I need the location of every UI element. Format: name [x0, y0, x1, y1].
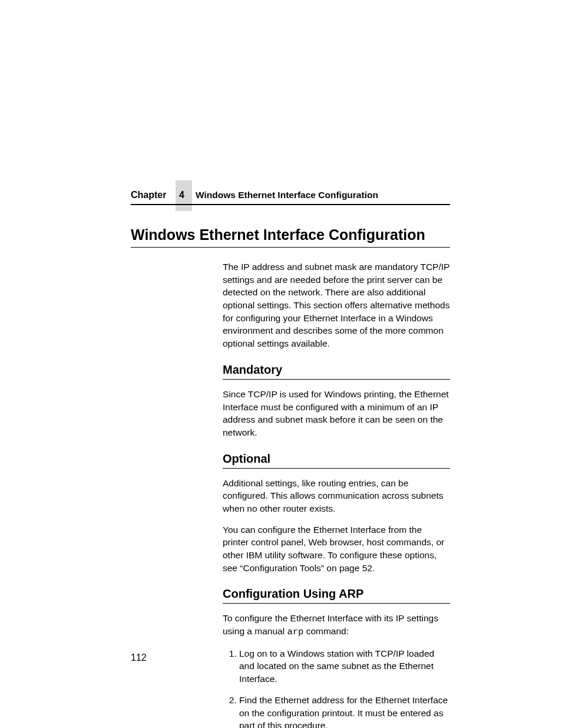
- section-heading-mandatory: Mandatory: [223, 363, 450, 377]
- intro-paragraph: The IP address and subnet mask are manda…: [223, 261, 450, 350]
- arp-intro-paragraph: To configure the Ethernet Interface with…: [223, 612, 450, 638]
- section-rule: [223, 379, 450, 380]
- header-line: Chapter 4 Windows Ethernet Interface Con…: [131, 190, 450, 200]
- document-page: Chapter 4 Windows Ethernet Interface Con…: [0, 0, 562, 728]
- optional-paragraph-2: You can configure the Ethernet Interface…: [223, 523, 450, 575]
- mandatory-paragraph: Since TCP/IP is used for Windows printin…: [223, 388, 450, 439]
- section-heading-arp: Configuration Using ARP: [223, 587, 450, 601]
- header-rule: [131, 204, 450, 205]
- content-area: Windows Ethernet Interface Configuration…: [131, 226, 450, 728]
- body-column: The IP address and subnet mask are manda…: [223, 261, 450, 728]
- section-heading-optional: Optional: [223, 452, 450, 466]
- list-item: Log on to a Windows station with TCP/IP …: [239, 647, 450, 686]
- section-rule: [223, 468, 450, 469]
- page-title: Windows Ethernet Interface Configuration: [131, 226, 450, 243]
- chapter-label: Chapter: [131, 190, 166, 200]
- chapter-title: Windows Ethernet Interface Configuration: [196, 190, 378, 200]
- optional-paragraph-1: Additional settings, like routing entrie…: [223, 477, 450, 515]
- title-rule: [131, 247, 450, 248]
- arp-code: arp: [287, 627, 303, 637]
- arp-intro-post: command:: [303, 626, 349, 636]
- arp-steps-list: Log on to a Windows station with TCP/IP …: [223, 647, 450, 728]
- chapter-number: 4: [179, 190, 184, 200]
- list-item: Find the Ethernet address for the Ethern…: [239, 694, 450, 728]
- page-number: 112: [131, 653, 147, 663]
- running-header: Chapter 4 Windows Ethernet Interface Con…: [131, 180, 450, 211]
- section-rule: [223, 603, 450, 604]
